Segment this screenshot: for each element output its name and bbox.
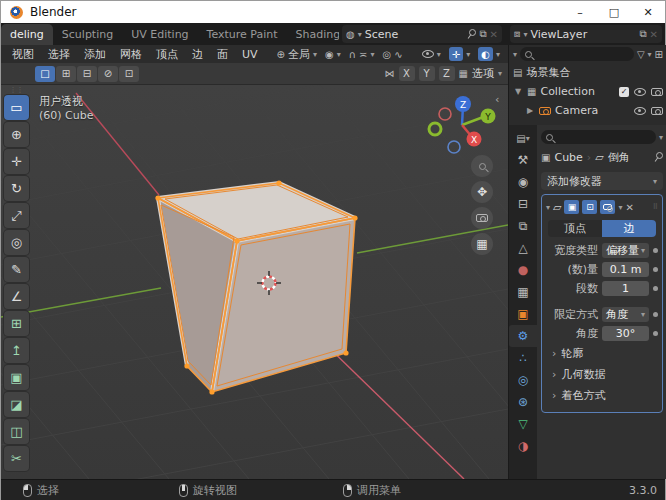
outliner-row-collection[interactable]: ▼ ▦ Collection ✓ <box>509 82 666 101</box>
collection-checkbox[interactable]: ✓ <box>619 87 629 97</box>
tab-shading[interactable]: Shading <box>287 24 339 45</box>
falloff-curve-icon[interactable]: ∿ <box>394 49 402 60</box>
tab-particles[interactable]: ∴ <box>509 347 537 369</box>
section-shading[interactable]: › 着色方式 <box>546 385 658 406</box>
animate-dot[interactable] <box>653 312 658 317</box>
hide-eye-icon[interactable] <box>634 88 646 96</box>
tab-constraints[interactable]: ⊛ <box>509 391 537 413</box>
tool-add-cube[interactable]: ⊞ <box>4 311 29 336</box>
snap-controls[interactable]: ∩ ≍ ▾ <box>345 49 379 60</box>
tab-scene[interactable]: △ <box>509 237 537 259</box>
menu-face[interactable]: 面 <box>210 47 235 62</box>
tool-scale[interactable]: ⤢ <box>4 203 29 228</box>
menu-view[interactable]: 视图 <box>5 47 41 62</box>
tool-rotate[interactable]: ↻ <box>4 176 29 201</box>
tool-measure[interactable]: ∠ <box>4 284 29 309</box>
section-profile-label[interactable]: 轮廓 <box>561 346 583 361</box>
proportional-edit-icon[interactable]: ◎ <box>382 49 391 60</box>
menu-vertex[interactable]: 顶点 <box>149 47 185 62</box>
tab-material[interactable]: ◑ <box>509 435 537 457</box>
menu-add[interactable]: 添加 <box>77 47 113 62</box>
width-type-dropdown[interactable]: 偏移量 ▾ <box>602 243 649 258</box>
render-visibility-icon[interactable] <box>651 88 663 96</box>
collection-label[interactable]: Collection <box>540 85 594 98</box>
tool-select-box[interactable]: ▭ <box>4 95 29 120</box>
select-mode-subtract-button[interactable]: ⊟ <box>77 66 97 82</box>
select-mode-extend-button[interactable]: ⊞ <box>56 66 76 82</box>
options-dropdown[interactable]: 选项 <box>472 66 494 81</box>
angle-field[interactable]: 30° <box>602 326 649 341</box>
gizmo-visibility-icon[interactable] <box>422 50 434 58</box>
editor-type-chevron-icon[interactable]: ▾ <box>513 50 517 59</box>
animate-dot[interactable] <box>653 248 658 253</box>
edit-mode-toggle[interactable]: ▣ <box>564 200 579 214</box>
tool-extrude-region[interactable]: ↥ <box>4 338 29 363</box>
scene-name[interactable]: Scene <box>365 28 464 41</box>
tab-tool[interactable]: ⚒ <box>509 149 537 171</box>
close-icon[interactable]: ✕ <box>626 202 634 213</box>
new-collection-icon[interactable]: ⊞ <box>655 49 663 60</box>
outliner-row-camera[interactable]: ▶ Camera <box>509 101 666 120</box>
tab-world[interactable]: ● <box>509 259 537 281</box>
overlays-toggle-group[interactable]: ◐ ▾ <box>474 47 504 61</box>
section-geometry[interactable]: › 几何数据 <box>546 364 658 385</box>
mirror-y-button[interactable]: Y <box>419 66 435 81</box>
gizmos-toggle-icon[interactable]: ✛ <box>449 47 463 61</box>
tool-knife[interactable]: ✂ <box>4 446 29 471</box>
modifier-extras-icon[interactable]: ▾ <box>618 203 622 212</box>
tab-object[interactable]: ▣ <box>509 303 537 325</box>
zoom-view-button[interactable] <box>471 155 493 177</box>
tab-view-layer[interactable]: ⧉ <box>509 215 537 237</box>
camera-view-button[interactable] <box>471 207 493 229</box>
minimize-button[interactable]: – <box>563 1 597 23</box>
section-profile[interactable]: › 轮廓 <box>546 343 658 364</box>
tab-physics[interactable]: ◎ <box>509 369 537 391</box>
tree-collapse-icon[interactable]: ▶ <box>525 106 535 115</box>
tab-render[interactable]: ◉ <box>509 171 537 193</box>
tool-transform[interactable]: ◎ <box>4 230 29 255</box>
animate-dot[interactable] <box>653 331 658 336</box>
tab-edges[interactable]: 边 <box>602 220 656 237</box>
select-mode-intersect-button[interactable]: ⊡ <box>119 66 139 82</box>
drag-handle-icon[interactable]: ⠿ <box>653 205 658 210</box>
segments-field[interactable]: 1 <box>602 281 649 296</box>
filter-funnel-icon[interactable]: ▽ <box>637 49 645 60</box>
cube-object[interactable] <box>155 180 357 394</box>
blender-logo-icon[interactable] <box>10 6 23 19</box>
tab-sculpting[interactable]: Sculpting <box>53 24 122 45</box>
tab-modeling[interactable]: deling <box>1 24 53 45</box>
gizmo-y-neg-axis[interactable] <box>429 123 441 135</box>
menu-select[interactable]: 选择 <box>41 47 77 62</box>
properties-search-input[interactable] <box>541 130 656 144</box>
overlays-toggle-icon[interactable]: ◐ <box>478 47 493 61</box>
maximize-button[interactable]: □ <box>597 1 631 23</box>
mirror-z-button[interactable]: Z <box>439 66 455 81</box>
gizmo-z-neg-axis[interactable] <box>448 141 460 153</box>
animate-dot[interactable] <box>653 286 658 291</box>
viewlayer-selector[interactable]: ⧈ ▾ ViewLayer ⧉ ✕ <box>510 25 662 43</box>
gizmo-x-neg-axis[interactable] <box>439 108 451 120</box>
new-scene-icon[interactable]: ⧉ <box>479 28 486 40</box>
render-toggle[interactable] <box>600 200 615 214</box>
close-button[interactable]: ✕ <box>631 1 665 23</box>
new-viewlayer-icon[interactable]: ⧉ <box>639 28 646 40</box>
mirror-x-button[interactable]: X <box>399 66 415 81</box>
tool-annotate[interactable]: ✎ <box>4 257 29 282</box>
select-mode-new-button[interactable]: □ <box>35 66 55 82</box>
proportional-edit-controls[interactable]: ◎ ∿ <box>378 49 406 60</box>
breadcrumb-object[interactable]: Cube <box>554 151 582 164</box>
live-unwrap-icon[interactable]: ▦ <box>459 68 468 79</box>
editor-type-button[interactable]: ▤▾ <box>509 127 537 149</box>
panel-expand-icon[interactable]: ▾ <box>546 203 550 212</box>
tab-collection[interactable]: ▦ <box>509 281 537 303</box>
outliner-row-scene-collection[interactable]: ▤ 场景集合 <box>509 63 666 82</box>
pin-icon[interactable] <box>653 152 663 162</box>
tool-cursor[interactable]: ⊕ <box>4 122 29 147</box>
tool-inset-faces[interactable]: ▣ <box>4 365 29 390</box>
section-geometry-label[interactable]: 几何数据 <box>561 367 605 382</box>
tool-move[interactable]: ✛ <box>4 149 29 174</box>
navigation-gizmo[interactable]: Z Y X <box>426 87 501 157</box>
realtime-toggle[interactable]: ⊡ <box>582 200 597 214</box>
section-shading-label[interactable]: 着色方式 <box>561 388 605 403</box>
tab-texture-paint[interactable]: Texture Paint <box>198 24 287 45</box>
